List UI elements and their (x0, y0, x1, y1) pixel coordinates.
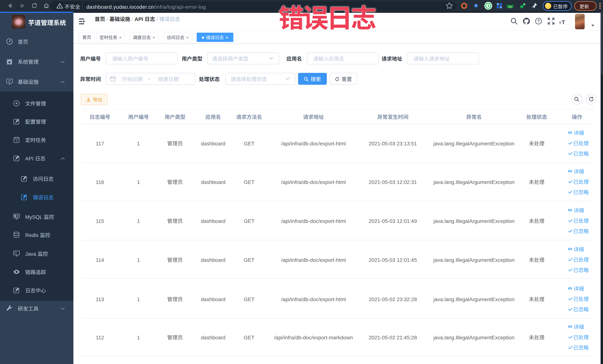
svg-text:T: T (559, 21, 561, 25)
svg-text:on: on (509, 5, 512, 8)
svg-text:?: ? (537, 19, 540, 23)
svg-text:T: T (562, 19, 565, 25)
